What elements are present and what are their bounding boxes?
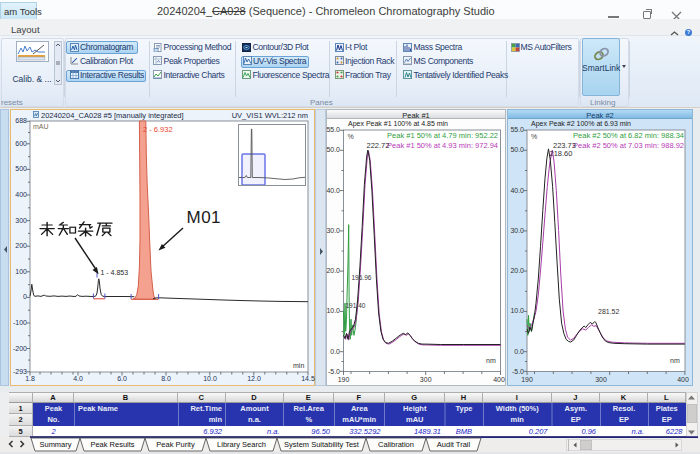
svg-text:Library Search: Library Search [217, 440, 266, 449]
svg-text:Audit Trail: Audit Trail [437, 440, 471, 449]
svg-text:Peak Results: Peak Results [90, 440, 134, 449]
svg-text:Summary: Summary [39, 440, 71, 449]
svg-text:Peak Purity: Peak Purity [156, 440, 195, 449]
svg-text:Calibration: Calibration [378, 440, 414, 449]
svg-text:System Suitability Test: System Suitability Test [284, 440, 360, 449]
